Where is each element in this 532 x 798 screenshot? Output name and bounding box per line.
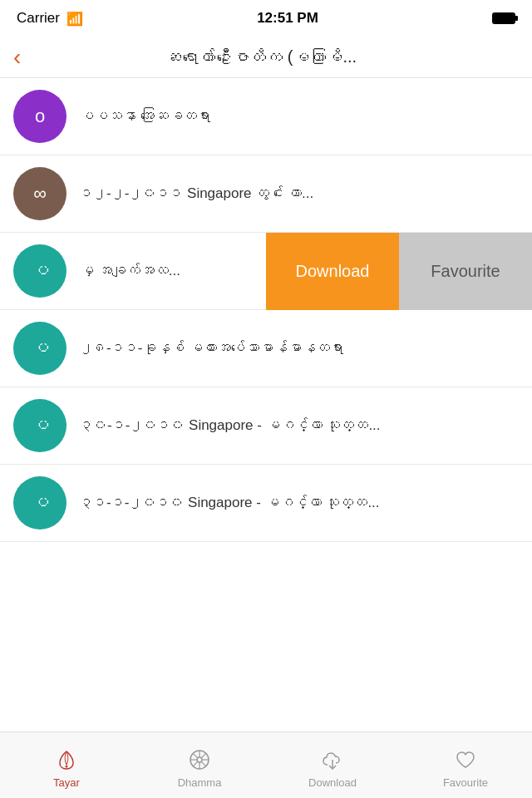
list-item[interactable]: ပ မှ အချက်အလ...: [0, 233, 266, 310]
dhamma-icon: [186, 746, 213, 773]
item-text: ပပသနာ အဆြေခတရား: [80, 106, 519, 127]
tab-download[interactable]: Download: [266, 741, 399, 789]
avatar: ပ: [13, 476, 66, 530]
avatar-symbol: ∞: [33, 183, 47, 204]
item-text: မှ အချက်အလ...: [80, 260, 253, 282]
avatar-symbol: ပ: [31, 337, 49, 359]
wifi-icon: 📶: [66, 11, 83, 27]
avatar-symbol: o: [35, 106, 45, 127]
download-action-label: Download: [296, 262, 370, 281]
list-item[interactable]: ပ ၃၁-၁-၂၀၁၀ Singapore - မင်္ဂလာ သုတ္တ...: [0, 465, 532, 542]
avatar: ∞: [13, 167, 66, 220]
heart-icon: [452, 746, 479, 773]
item-text: ၃၀-၁-၂၀၁၀ Singapore - မင်္ဂလာ သုတ္တ...: [80, 415, 519, 436]
list-item[interactable]: ∞ ၁၂-၂-၂၀၁၁ Singapore တွင် ဟော...: [0, 155, 532, 233]
tayar-icon: [53, 746, 80, 773]
nav-bar: ‹ ဆရာတော်ဦးဇောတိက (မဟာမြိ...: [0, 37, 532, 78]
list-item[interactable]: ပ ၂၈-၁၁-ခုနှစ် မထားအပ်သောမာန်မာနတရား: [0, 310, 532, 387]
swipe-actions: Download Favourite: [266, 233, 532, 310]
avatar-symbol: ပ: [31, 415, 49, 436]
avatar-symbol: ပ: [31, 492, 49, 514]
swipe-row: ပ မှ အချက်အလ... Download Favourite: [0, 233, 532, 310]
carrier-label: Carrier: [17, 10, 60, 27]
list-item[interactable]: o ပပသနာ အဆြေခတရား: [0, 78, 532, 155]
svg-line-10: [193, 761, 198, 766]
tab-dhamma[interactable]: Dhamma: [133, 741, 266, 789]
svg-point-2: [197, 757, 202, 762]
content-area: o ပပသနာ အဆြေခတရား ∞ ၁၂-၂-၂၀၁၁ Singapore …: [0, 78, 532, 608]
carrier-info: Carrier 📶: [17, 10, 83, 27]
svg-line-7: [193, 753, 198, 758]
item-text: ၃၁-၁-၂၀၁၀ Singapore - မင်္ဂလာ သုတ္တ...: [80, 492, 519, 514]
avatar-symbol: ပ: [31, 260, 49, 282]
tab-bar: Tayar Dhamma: [0, 732, 532, 798]
item-text: ၂၈-၁၁-ခုနှစ် မထားအပ်သောမာန်မာနတရား: [80, 337, 519, 359]
svg-point-0: [66, 766, 68, 768]
tab-favourite[interactable]: Favourite: [399, 741, 532, 789]
tab-tayar-label: Tayar: [53, 776, 80, 789]
status-bar: Carrier 📶 12:51 PM: [0, 0, 532, 37]
tab-tayar[interactable]: Tayar: [0, 741, 133, 789]
download-action-button[interactable]: Download: [266, 233, 399, 310]
battery-icon: [492, 12, 515, 24]
favourite-action-button[interactable]: Favourite: [399, 233, 532, 310]
avatar: ပ: [13, 244, 66, 298]
avatar: ပ: [13, 399, 66, 452]
item-text: ၁၂-၂-၂၀၁၁ Singapore တွင် ဟော...: [80, 183, 519, 204]
time-label: 12:51 PM: [257, 10, 318, 27]
avatar: o: [13, 90, 66, 143]
page-title: ဆရာတော်ဦးဇောတိက (မဟာမြိ...: [27, 47, 519, 66]
tab-dhamma-label: Dhamma: [178, 776, 222, 789]
svg-line-9: [201, 753, 206, 758]
favourite-action-label: Favourite: [431, 262, 500, 281]
back-button[interactable]: ‹: [13, 46, 27, 69]
tab-favourite-label: Favourite: [443, 776, 488, 789]
list-item[interactable]: ပ ၃၀-၁-၂၀၁၀ Singapore - မင်္ဂလာ သုတ္တ...: [0, 387, 532, 465]
tab-download-label: Download: [308, 776, 357, 789]
svg-line-8: [201, 761, 206, 766]
avatar: ပ: [13, 322, 66, 375]
battery-container: [492, 12, 515, 24]
download-icon: [319, 746, 346, 773]
